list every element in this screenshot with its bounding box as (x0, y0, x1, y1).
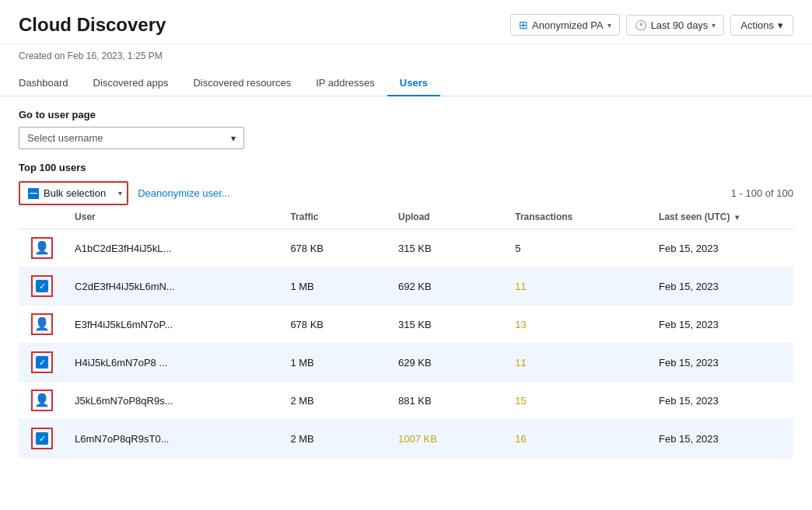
row-checkbox-cell[interactable]: ✓ (19, 420, 65, 458)
checkbox-checked-icon: ✓ (36, 432, 48, 445)
upload-cell: 315 KB (389, 229, 506, 267)
last-seen-cell: Feb 15, 2023 (649, 306, 793, 344)
traffic-cell: 1 MB (281, 344, 389, 382)
transactions-cell: 13 (506, 306, 649, 344)
last-seen-cell: Feb 15, 2023 (649, 344, 793, 382)
user-cell: C2dE3fH4iJ5kL6mN... (65, 267, 281, 306)
chevron-down-icon: ▾ (607, 21, 611, 30)
tab-discovered-resources[interactable]: Discovered resources (180, 71, 303, 96)
anonymized-icon: ⊞ (519, 19, 528, 31)
transactions-cell: 11 (506, 267, 649, 306)
deanonymize-btn[interactable]: Deanonymize user... (128, 183, 240, 204)
anonymized-btn[interactable]: ⊞ Anonymized PA ▾ (510, 14, 620, 36)
username-select[interactable]: Select username ▾ (19, 127, 244, 149)
traffic-cell: 1 MB (281, 267, 389, 306)
row-checkbox-cell[interactable]: ✓ (19, 267, 65, 306)
checkbox-checked-icon: ✓ (36, 356, 48, 369)
col-user-header: User (65, 205, 281, 229)
clock-icon: 🕐 (635, 19, 647, 31)
col-checkbox (19, 205, 65, 229)
tab-ip-addresses[interactable]: IP addresses (303, 71, 387, 96)
checkbox-wrapper[interactable]: 👤 (31, 389, 53, 411)
created-date: Created on Feb 16, 2023, 1:25 PM (19, 51, 163, 61)
header-controls: ⊞ Anonymized PA ▾ 🕐 Last 90 days ▾ Actio… (510, 14, 793, 36)
traffic-cell: 678 KB (281, 306, 389, 344)
transactions-cell: 16 (506, 420, 649, 458)
tab-users[interactable]: Users (387, 71, 440, 96)
user-avatar-icon: 👤 (34, 394, 50, 407)
pagination: 1 - 100 of 100 (731, 187, 793, 199)
checkbox-wrapper[interactable]: ✓ (31, 275, 53, 297)
user-avatar-icon: 👤 (34, 242, 50, 254)
tab-discovered-apps[interactable]: Discovered apps (81, 71, 181, 96)
col-lastseen-header[interactable]: Last seen (UTC) ▾ (649, 205, 793, 229)
chevron-down-icon: ▾ (712, 21, 716, 30)
table-row: 👤E3fH4iJ5kL6mN7oP...678 KB315 KB13Feb 15… (19, 306, 793, 344)
username-placeholder: Select username (27, 132, 103, 144)
col-upload-header: Upload (389, 205, 506, 229)
checkbox-wrapper[interactable]: 👤 (31, 313, 53, 335)
upload-cell: 881 KB (389, 382, 506, 420)
user-name: J5kL6mN7oP8qR9s... (75, 395, 173, 407)
row-checkbox-cell[interactable]: ✓ (19, 344, 65, 382)
row-checkbox-cell[interactable]: 👤 (19, 229, 65, 267)
col-transactions-header: Transactions (506, 205, 649, 229)
table-row: 👤J5kL6mN7oP8qR9s...2 MB881 KB15Feb 15, 2… (19, 382, 793, 420)
last-seen-cell: Feb 15, 2023 (649, 420, 793, 458)
sort-icon: ▾ (735, 213, 739, 222)
transactions-cell: 11 (506, 344, 649, 382)
sub-header: Created on Feb 16, 2023, 1:25 PM (0, 44, 812, 61)
user-name: L6mN7oP8qR9sT0... (75, 433, 169, 445)
last-seen-cell: Feb 15, 2023 (649, 229, 793, 267)
date-range-label: Last 90 days (651, 19, 709, 31)
last-seen-cell: Feb 15, 2023 (649, 382, 793, 420)
user-cell: A1bC2dE3fH4iJ5kL... (65, 229, 281, 267)
table-row: ✓C2dE3fH4iJ5kL6mN...1 MB692 KB11Feb 15, … (19, 267, 793, 306)
user-name: A1bC2dE3fH4iJ5kL... (75, 243, 171, 254)
tab-bar: Dashboard Discovered apps Discovered res… (0, 61, 812, 96)
page-title: Cloud Discovery (19, 14, 166, 36)
chevron-down-icon: ▾ (118, 189, 122, 197)
table-row: ✓L6mN7oP8qR9sT0...2 MB1007 KB16Feb 15, 2… (19, 420, 793, 458)
traffic-cell: 2 MB (281, 420, 389, 458)
bulk-selection-label: Bulk selection (44, 187, 106, 199)
deanonymize-label: Deanonymize user... (138, 187, 230, 199)
date-range-btn[interactable]: 🕐 Last 90 days ▾ (626, 15, 725, 36)
col-traffic-header: Traffic (281, 205, 389, 229)
tab-dashboard[interactable]: Dashboard (19, 71, 81, 96)
checkbox-wrapper[interactable]: ✓ (31, 428, 53, 449)
user-name: C2dE3fH4iJ5kL6mN... (75, 281, 175, 292)
user-cell: H4iJ5kL6mN7oP8 ... (65, 344, 281, 382)
table-toolbar: — Bulk selection ▾ Deanonymize user... 1… (19, 181, 793, 205)
traffic-cell: 2 MB (281, 382, 389, 420)
bulk-selection-btn[interactable]: — Bulk selection (20, 183, 114, 204)
last-seen-cell: Feb 15, 2023 (649, 267, 793, 306)
transactions-cell: 15 (506, 382, 649, 420)
actions-btn[interactable]: Actions ▾ (730, 15, 793, 36)
user-cell: E3fH4iJ5kL6mN7oP... (65, 306, 281, 344)
upload-cell: 629 KB (389, 344, 506, 382)
page-header: Cloud Discovery ⊞ Anonymized PA ▾ 🕐 Last… (0, 0, 812, 44)
user-name: E3fH4iJ5kL6mN7oP... (75, 319, 173, 330)
transactions-cell: 5 (506, 229, 649, 267)
actions-label: Actions (740, 19, 774, 31)
goto-user-label: Go to user page (19, 109, 793, 121)
top100-label: Top 100 users (19, 162, 793, 173)
user-cell: J5kL6mN7oP8qR9s... (65, 382, 281, 420)
row-checkbox-cell[interactable]: 👤 (19, 306, 65, 344)
user-cell: L6mN7oP8qR9sT0... (65, 420, 281, 458)
upload-cell: 315 KB (389, 306, 506, 344)
table-header-row: User Traffic Upload Transactions Last se… (19, 205, 793, 229)
traffic-cell: 678 KB (281, 229, 389, 267)
checkbox-checked-icon: ✓ (36, 280, 48, 292)
checkbox-wrapper[interactable]: 👤 (31, 237, 53, 259)
anonymized-label: Anonymized PA (532, 19, 604, 31)
chevron-down-icon: ▾ (778, 19, 783, 31)
bulk-selection-chevron-btn[interactable]: ▾ (114, 184, 127, 202)
upload-cell: 1007 KB (389, 420, 506, 458)
bulk-icon: — (28, 188, 39, 199)
users-table: User Traffic Upload Transactions Last se… (19, 205, 793, 458)
bulk-selection-group: — Bulk selection ▾ (19, 181, 128, 205)
row-checkbox-cell[interactable]: 👤 (19, 382, 65, 420)
checkbox-wrapper[interactable]: ✓ (31, 351, 53, 373)
